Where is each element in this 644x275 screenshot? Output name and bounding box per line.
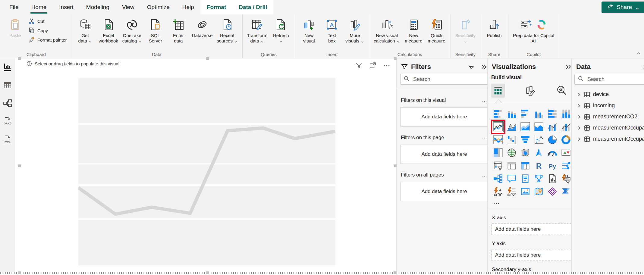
map-icon[interactable] [507,148,517,158]
refresh-button[interactable]: Refresh⌄ [269,15,292,44]
lightning-filter-list-icon[interactable] [507,186,517,197]
paste-button[interactable]: Paste [4,15,27,38]
sql-server-button[interactable]: SQLServer [144,15,167,44]
menu-item-insert[interactable]: Insert [53,0,80,14]
quick-measure-button[interactable]: Quickmeasure [425,15,448,44]
dataverse-button[interactable]: Dataverse [190,15,215,38]
filter-section-more-options[interactable]: … [482,172,488,178]
kpi-icon[interactable] [561,148,571,158]
filter-icon[interactable] [355,61,363,69]
azure-map-icon[interactable] [534,148,544,158]
enter-data-button[interactable]: Enterdata [167,15,190,44]
hundred-stacked-bar-chart-icon[interactable] [547,109,558,119]
sensitivity-button[interactable]: Sensitivity⌄ [453,15,478,44]
decomposition-tree-icon[interactable] [493,173,503,184]
pie-chart-icon[interactable] [547,135,558,145]
menu-item-help[interactable]: Help [176,0,200,14]
sidebar-item-report-view-active[interactable] [3,62,12,72]
matrix-icon[interactable] [520,161,530,171]
power-apps-icon[interactable] [547,186,558,197]
r-script-visual-icon[interactable]: R [534,161,544,171]
waterfall-chart-icon[interactable] [507,135,517,145]
new-measure-button[interactable]: Newmeasure [402,15,425,44]
data-search-input[interactable] [587,76,644,83]
python-visual-icon[interactable]: Py [547,161,558,171]
cut-button[interactable]: Cut [27,17,69,25]
qa-visual-icon[interactable] [507,173,517,184]
onelake-catalog-button[interactable]: OneLakecatalog ⌄ [120,15,144,44]
menu-item-file[interactable]: File [3,0,25,14]
get-data-button[interactable]: Getdata ⌄ [74,15,97,44]
funnel-chart-icon[interactable] [520,135,530,145]
copy-button[interactable]: Copy [27,26,69,35]
collapse-data-pane-icon[interactable] [642,63,644,70]
sidebar-item-tmdl-view[interactable]: TMDL [3,135,12,144]
collapse-filters-pane-icon[interactable] [480,63,488,70]
stacked-bar-chart-icon[interactable] [493,109,503,119]
more-visuals-button[interactable]: Morevisuals ⌄ [343,15,366,44]
sidebar-item-table-view[interactable] [3,80,12,90]
filter-dropzone-1[interactable]: Add data fields here [400,107,488,127]
stacked-area-chart-icon[interactable] [520,122,530,132]
lightning-filter-a-icon[interactable]: A [493,186,503,197]
sidebar-item-model-view[interactable] [3,98,12,108]
recent-sources-button[interactable]: Recentsources ⌄ [215,15,240,44]
bottom-handle-right[interactable] [394,271,396,274]
stacked-column-chart-icon[interactable] [507,109,517,119]
data-table-row-measurementco2-2[interactable]: measurementCO2 [574,111,644,122]
menu-item-optimize[interactable]: Optimize [141,0,176,14]
menu-item-view[interactable]: View [116,0,141,14]
prep-data-for-copilot-button[interactable]: Prep data for CopilotAI [511,15,557,44]
lightning-filter-grid-icon[interactable] [561,173,571,184]
more-visual-types[interactable]: … [493,198,573,206]
menu-item-home[interactable]: Home [25,0,53,14]
share-button[interactable]: Share ⌄ [602,2,644,13]
key-influencers-icon[interactable] [561,161,571,171]
treemap-icon[interactable] [493,148,503,158]
line-clustered-column-chart-icon[interactable] [561,122,571,132]
bottom-handle-mid[interactable] [206,271,209,274]
report-canvas[interactable]: Select or drag fields to populate this v… [15,58,396,275]
resize-handle-top-right[interactable] [394,57,397,60]
bottom-handle-left[interactable] [18,271,21,274]
resize-handle-mid-left[interactable] [18,164,21,167]
resize-handle-mid-right[interactable] [394,164,397,167]
tab-build-visual[interactable] [491,84,505,98]
filter-section-more-options[interactable]: … [482,135,488,141]
format-painter-button[interactable]: Format painter [27,36,69,44]
focus-mode-icon[interactable] [369,61,377,69]
field-well-y-axis[interactable]: Add data fields here [491,249,573,261]
menu-item-modeling[interactable]: Modeling [80,0,116,14]
filters-search-input[interactable] [413,76,485,83]
new-visual-calculation-button[interactable]: fxNew visualcalculation ⌄ [372,15,402,44]
slicer-icon[interactable] [493,161,503,171]
line-stacked-column-chart-icon[interactable] [547,122,558,132]
hundred-stacked-column-chart-icon[interactable] [561,109,571,119]
table-icon[interactable] [507,161,517,171]
menu-item-format[interactable]: Format [200,0,232,14]
gauge-icon[interactable] [547,148,558,158]
menu-item-data-drill[interactable]: Data / Drill [232,0,273,14]
filter-dropzone-3[interactable]: Add data fields here [400,182,488,201]
selected-visual[interactable]: Select or drag fields to populate this v… [19,58,395,273]
more-options-icon[interactable] [383,61,391,69]
resize-handle-top-left[interactable] [18,57,21,60]
hundred-stacked-area-chart-icon[interactable] [534,122,544,132]
data-search[interactable] [574,74,644,85]
line-chart-icon[interactable] [493,122,503,132]
new-visual-button[interactable]: Newvisual [297,15,320,44]
resize-handle-top-mid[interactable] [206,57,209,60]
clustered-bar-chart-icon[interactable] [520,109,530,119]
collapse-visualizations-pane-icon[interactable] [565,63,572,70]
smart-narrative-icon[interactable] [520,173,530,184]
collapse-ribbon-button[interactable] [636,51,642,57]
filter-dropzone-2[interactable]: Add data fields here [400,145,488,164]
sidebar-item-dax-query-view[interactable]: DAX [3,117,12,126]
data-table-row-incoming-1[interactable]: incoming [574,100,644,111]
text-box-button[interactable]: ATextbox [320,15,343,44]
ribbon-chart-icon[interactable] [493,135,503,145]
tab-analytics[interactable] [554,84,568,98]
data-table-row-measurementoccupa-4[interactable]: measurementOccupa... [574,133,644,145]
power-automate-icon[interactable] [561,186,571,197]
filled-map-icon[interactable] [520,148,530,158]
